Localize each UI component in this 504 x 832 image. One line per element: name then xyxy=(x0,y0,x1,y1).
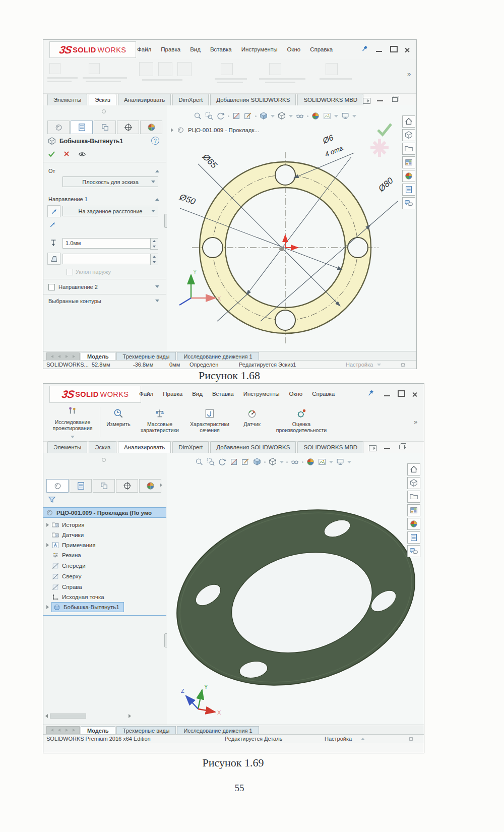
tab-features[interactable]: Элементы xyxy=(47,94,87,105)
maximize-button[interactable] xyxy=(398,390,405,397)
home-tab[interactable] xyxy=(402,115,415,128)
dim-diameter-65[interactable]: Ø65 xyxy=(200,152,219,170)
scroll-thumb[interactable] xyxy=(50,714,86,719)
ribbon-minimize-icon[interactable] xyxy=(384,444,390,449)
pin-icon[interactable] xyxy=(366,389,375,398)
minimize-button[interactable] xyxy=(384,391,390,396)
menu-view[interactable]: Вид xyxy=(190,46,201,52)
ok-check-icon[interactable] xyxy=(47,150,56,158)
tab-evaluate[interactable]: Анализировать xyxy=(118,94,171,105)
dimxpertmanager-tab[interactable] xyxy=(117,121,139,134)
draft-icon[interactable] xyxy=(47,253,60,265)
tree-item-top-plane[interactable]: Сверху xyxy=(43,571,166,581)
tab-scroll-controls[interactable] xyxy=(46,726,80,734)
mass-properties-button[interactable]: Массовые характеристики xyxy=(138,408,181,433)
menu-window[interactable]: Окно xyxy=(287,46,300,52)
featuremanager-tab[interactable] xyxy=(47,121,70,134)
minimize-button[interactable] xyxy=(376,47,382,52)
dim-diameter-6[interactable]: Ø6 xyxy=(321,133,335,145)
graphics-area[interactable]: Y Z X xyxy=(167,453,424,725)
draft-stepper[interactable] xyxy=(150,254,158,265)
custom-properties-tab[interactable] xyxy=(407,531,420,544)
design-study-button[interactable]: Исследование проектирования xyxy=(48,406,97,440)
gasket-sketch[interactable]: Ø65 Ø50 Ø80 Ø6 4 отв. Y X xyxy=(167,105,416,351)
expand-icon[interactable] xyxy=(46,543,49,547)
tree-item-front-plane[interactable]: Спереди xyxy=(43,561,166,570)
direction2-checkbox[interactable] xyxy=(48,284,55,290)
tab-addins[interactable]: Добавления SOLIDWORKS xyxy=(210,441,296,453)
file-explorer-tab[interactable] xyxy=(407,491,420,503)
tree-item-material[interactable]: Резина xyxy=(43,550,166,560)
ribbon-minimize-icon[interactable] xyxy=(377,96,383,101)
tab-mbd[interactable]: SOLIDWORKS MBD xyxy=(297,441,363,453)
scroll-right-icon[interactable] xyxy=(129,714,131,718)
dim-diameter-50[interactable]: Ø50 xyxy=(178,192,197,207)
status-gear-icon[interactable] xyxy=(407,735,415,743)
menu-edit[interactable]: Правка xyxy=(163,391,182,397)
custom-properties-tab[interactable] xyxy=(402,184,415,196)
direction-arrow-icon[interactable] xyxy=(48,220,57,229)
depth-stepper[interactable] xyxy=(150,238,158,250)
configurationmanager-tab[interactable] xyxy=(94,121,116,134)
tree-item-boss-extrude[interactable]: Бобышка-Вытянуть1 xyxy=(43,602,166,612)
menu-file[interactable]: Файл xyxy=(137,46,151,52)
config-caret-icon[interactable] xyxy=(377,364,381,366)
tab-addins[interactable]: Добавления SOLIDWORKS xyxy=(210,94,296,105)
tab-sketch[interactable]: Эскиз xyxy=(89,441,116,453)
design-library-tab[interactable] xyxy=(407,477,420,489)
graphics-area[interactable]: РЦО-001.009 - Прокладк... xyxy=(167,105,416,351)
sensor-button[interactable]: Датчик xyxy=(239,408,265,427)
displaymanager-tab[interactable] xyxy=(139,479,161,493)
configurationmanager-tab[interactable] xyxy=(93,479,115,493)
status-gear-icon[interactable] xyxy=(399,361,407,369)
status-config[interactable]: Настройка xyxy=(346,362,373,368)
status-config[interactable]: Настройка xyxy=(325,736,352,742)
home-tab[interactable] xyxy=(407,463,420,476)
view-palette-tab[interactable] xyxy=(402,156,415,168)
tree-item-annotations[interactable]: Примечания xyxy=(43,540,166,550)
appearances-tab[interactable] xyxy=(402,170,415,182)
menu-tools[interactable]: Инструменты xyxy=(243,391,280,397)
config-caret-icon[interactable] xyxy=(361,738,365,740)
panel-collapse-handle[interactable] xyxy=(102,458,106,462)
end-condition-combo[interactable]: На заданное расстояние xyxy=(62,206,158,216)
ribbon-overflow[interactable]: » xyxy=(407,70,411,78)
menu-window[interactable]: Окно xyxy=(289,391,302,397)
maximize-button[interactable] xyxy=(390,46,398,52)
pin-icon[interactable] xyxy=(360,44,369,53)
menu-insert[interactable]: Вставка xyxy=(210,46,232,52)
tab-evaluate[interactable]: Анализировать xyxy=(118,441,171,453)
draft-angle-field[interactable] xyxy=(62,254,151,264)
selected-contours-expand-icon[interactable] xyxy=(155,300,159,302)
close-button[interactable] xyxy=(404,47,410,53)
tab-features[interactable]: Элементы xyxy=(47,441,87,453)
tab-mbd[interactable]: SOLIDWORKS MBD xyxy=(297,94,363,105)
tree-item-sensors[interactable]: Датчики xyxy=(43,530,166,540)
appearances-tab[interactable] xyxy=(407,518,420,530)
tree-h-scrollbar[interactable] xyxy=(45,713,131,719)
tab-scroll-controls[interactable] xyxy=(46,352,80,361)
panel-collapse-handle[interactable] xyxy=(102,109,106,113)
menu-insert[interactable]: Вставка xyxy=(212,391,234,397)
view-palette-tab[interactable] xyxy=(407,504,420,516)
help-icon[interactable]: ? xyxy=(151,137,159,145)
dim-diameter-80[interactable]: Ø80 xyxy=(376,175,395,194)
menu-help[interactable]: Справка xyxy=(310,46,333,52)
scroll-left-icon[interactable] xyxy=(45,714,48,718)
tree-item-right-plane[interactable]: Справа xyxy=(43,582,166,591)
file-explorer-tab[interactable] xyxy=(402,143,415,155)
menu-view[interactable]: Вид xyxy=(192,391,203,397)
forum-tab[interactable] xyxy=(407,545,420,557)
featuremanager-tab[interactable] xyxy=(46,479,69,493)
close-button[interactable] xyxy=(412,392,417,397)
gasket-3d-model[interactable]: Y Z X xyxy=(167,453,424,725)
menu-edit[interactable]: Правка xyxy=(161,46,180,52)
menu-file[interactable]: Файл xyxy=(139,391,153,397)
displaymanager-tab[interactable] xyxy=(140,121,162,134)
direction-reference-field[interactable] xyxy=(62,218,157,232)
strip-overflow-icon[interactable] xyxy=(160,483,162,487)
tab-dimxpert[interactable]: DimXpert xyxy=(172,441,209,453)
popout-ribbon-icon[interactable] xyxy=(363,98,370,104)
propertymanager-tab[interactable] xyxy=(71,121,93,134)
flyout-caret-icon[interactable] xyxy=(71,436,75,438)
